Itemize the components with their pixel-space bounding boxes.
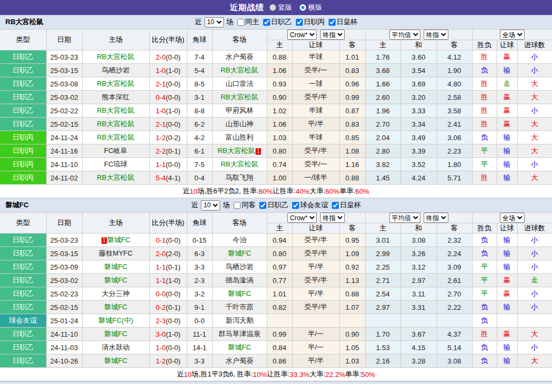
emperor-cup-checkbox[interactable]: 日皇杯 — [326, 17, 358, 27]
halftime-score: (4-1) — [166, 174, 180, 182]
team-link[interactable]: RB大宫松鼠 — [97, 79, 134, 88]
team-link[interactable]: FC岐阜 — [104, 147, 127, 155]
same-home-checkbox[interactable]: 同主 — [235, 17, 259, 27]
home-team-cell: 磐城FC — [82, 274, 149, 287]
team-link[interactable]: 磐城FC — [104, 276, 127, 284]
team-link[interactable]: 藤枝MYFC — [99, 249, 133, 257]
halftime-score: (0-0) — [166, 80, 180, 88]
scope-group: 全场 — [472, 30, 552, 40]
team-link[interactable]: 德岛漩涡 — [226, 276, 253, 284]
away-odds-cell: 0.87 — [339, 104, 365, 118]
team-link[interactable]: 磐城FC — [104, 330, 127, 338]
team-link[interactable]: 磐城FC — [104, 263, 127, 271]
result-cell: 负 — [472, 341, 497, 354]
league-j2-checkbox[interactable]: 日职乙 — [257, 200, 288, 210]
match-row: 日职乙25-02-22RB大宫松鼠1-0(1-0)8-8甲府风林1.02半球0.… — [0, 104, 552, 118]
home-team-cell: RB大宫松鼠 — [82, 118, 149, 131]
average-time-select[interactable]: 终指 — [424, 30, 448, 40]
fulltime-score: 2-0 — [156, 53, 166, 61]
team-link[interactable]: RB大宫松鼠 — [97, 133, 134, 141]
avg-away-cell: 4.12 — [437, 50, 472, 64]
odds-time-select[interactable]: 终指 — [320, 213, 345, 223]
league-j3-checkbox-input[interactable] — [296, 19, 303, 26]
same-away-checkbox-input[interactable] — [234, 202, 241, 209]
match-date: 25-03-15 — [46, 64, 82, 77]
team-link[interactable]: 清水鼓动 — [102, 343, 130, 351]
team-link[interactable]: 磐城FC — [228, 343, 251, 351]
horizontal-layout-radio[interactable]: 横版 — [300, 3, 322, 12]
team-link[interactable]: 鸟栖沙岩 — [102, 66, 130, 74]
summary-text: 近 — [183, 186, 190, 196]
team-link[interactable]: 大分三神 — [102, 289, 130, 297]
team-link[interactable]: 富山胜利 — [226, 133, 253, 141]
emperor-cup-checkbox[interactable]: 日皇杯 — [330, 200, 361, 210]
avg-home-cell: 2.25 — [365, 260, 401, 274]
match-count-select[interactable]: 10 — [205, 17, 224, 27]
odds-source-select[interactable]: Crow* — [287, 30, 317, 40]
team-link[interactable]: 磐城FC — [228, 289, 251, 297]
avg-draw-cell: 3.52 — [401, 158, 437, 171]
average-time-select[interactable]: 终指 — [424, 213, 448, 223]
same-away-checkbox[interactable]: 同客 — [231, 200, 256, 210]
team-link[interactable]: 山口雷法 — [226, 79, 253, 88]
team-link[interactable]: 磐城FC — [104, 357, 127, 365]
fulltime-score: 0-0 — [156, 290, 166, 298]
result-cell: 胜 — [472, 328, 497, 341]
league-j3-checkbox[interactable]: 日职丙 — [294, 17, 325, 27]
team-link[interactable]: RB大宫松鼠 — [221, 160, 258, 168]
average-source-select[interactable]: 平均值 — [389, 213, 420, 223]
team-link[interactable]: 磐城FC — [104, 303, 127, 311]
team-link[interactable]: 千叶市原 — [226, 303, 253, 311]
team-link[interactable]: RB大宫松鼠 — [221, 66, 258, 74]
avg-draw-cell: 3.67 — [401, 328, 437, 341]
team-link[interactable]: RB大宫松鼠 — [97, 173, 134, 182]
team-link[interactable]: 磐城FC — [228, 249, 251, 257]
team-link[interactable]: RB大宫松鼠 — [97, 120, 134, 128]
handicap-cell: 半球 — [292, 131, 339, 144]
emperor-cup-checkbox-input[interactable] — [332, 202, 339, 209]
team-link[interactable]: FC琉球 — [104, 160, 127, 168]
match-count-select[interactable]: 10 — [201, 200, 220, 210]
home-odds-cell: 0.86 — [267, 354, 292, 368]
team-link[interactable]: 群马草津温泉 — [219, 330, 260, 338]
halftime-score: (1-0) — [166, 330, 180, 338]
team-link[interactable]: 水户蜀葵 — [226, 357, 253, 365]
team-link[interactable]: RB大宫松鼠 — [97, 106, 134, 114]
home-team-cell: RB大宫松鼠 — [82, 171, 149, 185]
team-link[interactable]: 熊本深红 — [102, 93, 130, 101]
league-j2-checkbox-input[interactable] — [263, 19, 270, 26]
club-friendly-checkbox[interactable]: 球会友谊 — [290, 200, 328, 210]
team-link[interactable]: 今治 — [233, 236, 246, 244]
handicap-result-cell: 赢 — [497, 287, 517, 301]
club-friendly-checkbox-input[interactable] — [292, 202, 299, 209]
team-link[interactable]: 甲府风林 — [226, 106, 253, 114]
checkbox-label: 同客 — [242, 200, 256, 210]
team-link[interactable]: 鸟栖沙岩 — [226, 263, 253, 271]
league-j2-checkbox[interactable]: 日职乙 — [261, 17, 292, 27]
team-link[interactable]: 水户蜀葵 — [226, 53, 253, 61]
away-team-cell: RB大宫松鼠 — [212, 64, 267, 77]
average-source-select[interactable]: 平均值 — [389, 30, 420, 40]
team-link[interactable]: RB大宫松鼠 — [217, 147, 255, 155]
odds-time-select[interactable]: 终指 — [320, 30, 345, 40]
sub-header-handicap: 让球 — [292, 40, 339, 50]
team-link[interactable]: 新泻天鹅 — [226, 316, 253, 324]
team-link[interactable]: 山形山神 — [226, 120, 253, 128]
scope-select[interactable]: 全场 — [500, 30, 525, 40]
match-date: 24-10-26 — [46, 354, 82, 368]
emperor-cup-checkbox-input[interactable] — [329, 19, 336, 26]
team-link[interactable]: RB大宫松鼠 — [221, 93, 258, 101]
home-odds-cell: 0.84 — [267, 341, 292, 354]
team-link[interactable]: 鸟取飞翔 — [226, 173, 253, 182]
scope-select[interactable]: 全场 — [500, 213, 525, 223]
odds-source-select[interactable]: Crow* — [287, 213, 317, 223]
team-filter-bar: RB大宫松鼠 近 10 场 同主 日职乙 日职丙 日皇杯 — [0, 15, 552, 30]
team-link[interactable]: 磐城FC — [107, 236, 130, 244]
avg-away-cell: 2.58 — [437, 91, 472, 104]
vertical-layout-radio[interactable]: 竖版 — [270, 3, 292, 12]
league-j2-checkbox-input[interactable] — [259, 202, 266, 209]
sub-header-handicap: 让球 — [292, 223, 339, 234]
same-home-checkbox-input[interactable] — [237, 19, 244, 26]
team-link[interactable]: 磐城FC(中) — [98, 316, 133, 324]
team-link[interactable]: RB大宫松鼠 — [97, 53, 134, 61]
